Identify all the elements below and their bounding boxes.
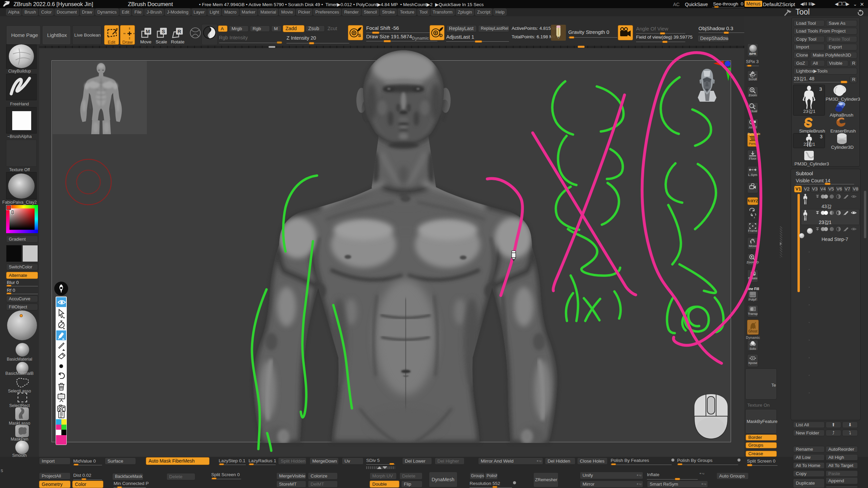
svg-text:M: M: [146, 28, 150, 34]
svg-text:x1: x1: [753, 104, 756, 107]
svg-text:R: R: [178, 28, 181, 34]
svg-text:z: z: [754, 216, 755, 219]
svg-text:S: S: [162, 28, 165, 34]
svg-text:S: S: [358, 33, 361, 38]
svg-text:D: D: [439, 33, 442, 38]
